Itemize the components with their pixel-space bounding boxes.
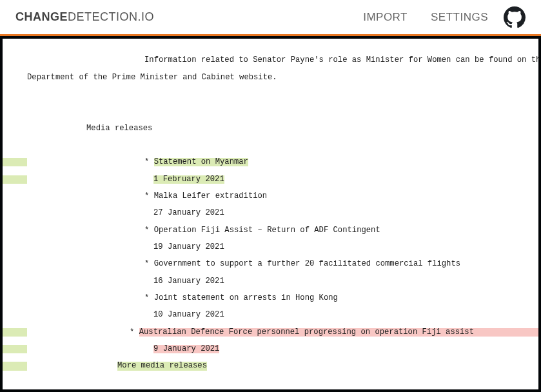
media-item: * Operation Fiji Assist – Return of ADF … xyxy=(3,226,538,235)
media-item-date: 19 January 2021 xyxy=(3,243,538,251)
diff-line-added: * Statement on Myanmar xyxy=(3,158,538,166)
diff-sheet: Information related to Senator Payne's r… xyxy=(3,39,538,389)
media-item: * Malka Leifer extradition xyxy=(3,192,538,201)
media-item-title[interactable]: Malka Leifer extradition xyxy=(154,191,268,201)
section-heading-media: Media releases xyxy=(3,124,538,133)
media-item-title[interactable]: Joint statement on arrests in Hong Kong xyxy=(154,293,338,302)
nav-import[interactable]: IMPORT xyxy=(363,11,408,24)
nav-settings[interactable]: SETTINGS xyxy=(431,11,488,24)
media-item-date: 16 January 2021 xyxy=(3,277,538,286)
more-media-link[interactable]: More media releases xyxy=(3,362,538,370)
media-item: * Government to support a further 20 fac… xyxy=(3,260,538,268)
intro-line-1: Information related to Senator Payne's r… xyxy=(3,56,538,64)
media-item-date: 27 January 2021 xyxy=(3,209,538,217)
media-item-title[interactable]: Australian Defence Force personnel progr… xyxy=(139,328,538,337)
media-item: * Joint statement on arrests in Hong Kon… xyxy=(3,294,538,302)
media-item-date: 1 February 2021 xyxy=(153,175,224,184)
brand-bold: CHANGE xyxy=(15,10,68,23)
brand-logo[interactable]: CHANGEDETECTION.IO xyxy=(15,10,154,24)
media-item-date: 10 January 2021 xyxy=(3,311,538,319)
media-item-title[interactable]: Statement on Myanmar xyxy=(154,158,248,166)
diff-viewport: Information related to Senator Payne's r… xyxy=(0,36,541,392)
github-icon xyxy=(504,19,526,30)
diff-line-removed: 9 January 2021 xyxy=(3,345,538,353)
diff-line-removed: * Australian Defence Force personnel pro… xyxy=(3,328,538,337)
intro-line-2: Department of the Prime Minister and Cab… xyxy=(3,74,538,82)
media-item-date: 9 January 2021 xyxy=(153,345,219,353)
brand-rest: DETECTION.IO xyxy=(68,10,154,23)
diff-line-added: 1 February 2021 xyxy=(3,175,538,184)
github-link[interactable] xyxy=(504,6,526,28)
media-item-title[interactable]: Operation Fiji Assist – Return of ADF Co… xyxy=(154,226,380,235)
media-item-title[interactable]: Government to support a further 20 facil… xyxy=(154,259,460,268)
top-nav: CHANGEDETECTION.IO IMPORT SETTINGS xyxy=(0,0,541,36)
